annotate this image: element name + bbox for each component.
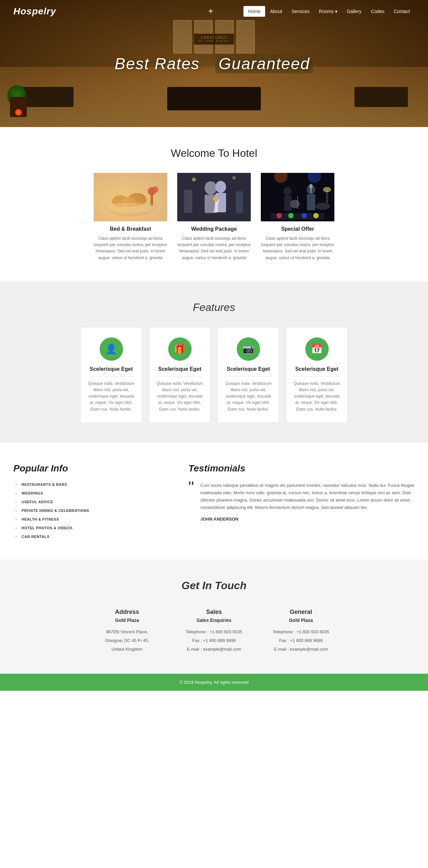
arrow-icon-7: → xyxy=(13,534,19,539)
arrow-icon-4: → xyxy=(13,508,19,513)
svg-rect-17 xyxy=(236,191,243,213)
hero-content: Best Rates Guaranteed xyxy=(115,55,313,73)
nav-link-contact[interactable]: Contact xyxy=(389,6,415,17)
popular-list-label-3: USEFUL ADVICE xyxy=(22,500,54,504)
nav-item-gallery[interactable]: Gallery xyxy=(342,8,366,14)
nav-link-services[interactable]: Services xyxy=(287,6,314,17)
testimonial-author: JOHN ANDERSON xyxy=(200,517,415,522)
arrow-icon-1: → xyxy=(13,482,19,487)
svg-point-32 xyxy=(288,213,294,218)
features-title: Features xyxy=(13,301,415,314)
brand-logo[interactable]: Hospelry xyxy=(13,6,56,17)
popular-list-item-7[interactable]: → CAR RENTALS xyxy=(13,534,175,539)
svg-rect-36 xyxy=(318,203,328,208)
nav-link-about[interactable]: About xyxy=(265,6,287,17)
arrow-icon-3: → xyxy=(13,499,19,504)
nav-item-about[interactable]: About xyxy=(265,8,287,14)
popular-list-label-6: HOTEL PHOTOS & VIDEOS xyxy=(22,526,73,530)
svg-rect-0 xyxy=(94,173,167,221)
popular-info-title: Popular Info xyxy=(13,463,175,474)
card-text-wedding: Class aptent taciti sociosqu ad litora t… xyxy=(177,236,251,261)
svg-point-15 xyxy=(213,196,218,202)
feature-name-2: Scelerisque Eget xyxy=(156,366,204,372)
popular-list-item-3[interactable]: → USEFUL ADVICE xyxy=(13,499,175,504)
nav-link-gallery[interactable]: Gallery xyxy=(342,6,366,17)
nav-link-home[interactable]: Home xyxy=(243,6,265,17)
quote-mark-icon: " xyxy=(188,479,194,495)
card-image-wedding xyxy=(177,173,251,221)
svg-point-5 xyxy=(121,197,136,207)
svg-point-23 xyxy=(283,187,292,195)
feature-name-1: Scelerisque Eget xyxy=(87,366,135,372)
arrow-icon-2: → xyxy=(13,491,19,496)
nav-item-rooms[interactable]: Rooms ▾ xyxy=(314,8,342,14)
contact-col-address: Address Gold Plaza 98705t Vincent Place,… xyxy=(94,609,160,654)
sofa-right xyxy=(355,87,408,107)
svg-point-13 xyxy=(215,181,226,193)
welcome-title: Welcome To Hotel xyxy=(13,147,415,159)
svg-point-38 xyxy=(323,187,331,192)
popular-list-item-2[interactable]: → WEDDINGS xyxy=(13,491,175,496)
hero-headline: Best Rates Guaranteed xyxy=(115,55,313,73)
svg-point-8 xyxy=(152,186,158,193)
feature-icon-person: 👤 xyxy=(100,337,123,361)
navbar: Hospelry Home About Services Rooms ▾ Gal… xyxy=(0,0,428,23)
svg-point-7 xyxy=(148,187,156,195)
svg-point-33 xyxy=(302,213,307,218)
svg-point-19 xyxy=(233,176,236,180)
popular-list-item-1[interactable]: → RESTAURANTS & BARS xyxy=(13,482,175,487)
testimonial-quote: " Cum sociis natoque penatibus et magnis… xyxy=(188,482,415,522)
info-testimonials-section: Popular Info → RESTAURANTS & BARS → WEDD… xyxy=(0,443,428,559)
card-special: Special Offer Class aptent taciti socios… xyxy=(261,173,334,261)
features-section: Features 👤 Scelerisque Eget Quisque null… xyxy=(0,281,428,443)
arrow-icon-6: → xyxy=(13,525,19,531)
svg-point-34 xyxy=(313,213,319,218)
card-title-breakfast: Bed & Breakfast xyxy=(94,226,167,232)
feature-card-4: 📅 Scelerisque Eget Quisque nulla. Vestib… xyxy=(286,327,348,423)
movie-sign: CREATURES OF THE NIGHT xyxy=(193,33,235,45)
nav-item-home[interactable]: Home xyxy=(243,8,265,14)
contact-info-sales: Telephone : +1 800 603 6035 Fax : +1 800… xyxy=(181,628,247,654)
popular-list-item-4[interactable]: → PRIVATE DINING & CELEBRATIONS xyxy=(13,508,175,513)
nav-item-codes[interactable]: Codes xyxy=(366,8,389,14)
window-1 xyxy=(173,20,192,54)
sofa-center xyxy=(167,87,261,110)
popular-info-list: → RESTAURANTS & BARS → WEDDINGS → USEFUL… xyxy=(13,482,175,539)
svg-point-31 xyxy=(277,213,282,218)
nav-item-contact[interactable]: Contact xyxy=(389,8,415,14)
nav-link-codes[interactable]: Codes xyxy=(366,6,389,17)
fireplace xyxy=(10,97,27,117)
svg-point-29 xyxy=(309,184,313,189)
feature-divider-1 xyxy=(87,376,135,376)
card-image-concert xyxy=(261,173,334,221)
feature-card-1: 👤 Scelerisque Eget Quisque nulla. Vestib… xyxy=(80,327,142,423)
svg-point-9 xyxy=(100,203,160,213)
card-breakfast: Bed & Breakfast Class aptent taciti soci… xyxy=(94,173,167,261)
svg-point-18 xyxy=(192,178,196,182)
feature-name-4: Scelerisque Eget xyxy=(293,366,341,372)
contact-place-address: Gold Plaza xyxy=(94,618,160,623)
nav-menu: Home About Services Rooms ▾ Gallery Code… xyxy=(243,8,415,14)
contact-heading-address: Address xyxy=(94,609,160,616)
hero-line1: Best Rates xyxy=(115,55,200,72)
contact-heading-general: General xyxy=(268,609,334,616)
popular-list-label-5: HEALTH & FITNESS xyxy=(22,517,59,521)
popular-list-item-5[interactable]: → HEALTH & FITNESS xyxy=(13,517,175,522)
feature-divider-2 xyxy=(156,376,204,376)
card-image-breakfast xyxy=(94,173,167,221)
svg-rect-6 xyxy=(150,193,153,206)
welcome-section: Welcome To Hotel xyxy=(0,127,428,281)
popular-list-label-7: CAR RENTALS xyxy=(22,535,50,539)
feature-text-2: Quisque nulla. Vestibulum libero nisl, p… xyxy=(156,380,204,412)
popular-list-item-6[interactable]: → HOTEL PHOTOS & VIDEOS xyxy=(13,525,175,531)
feature-card-3: 📷 Scelerisque Eget Quisque nulla. Vestib… xyxy=(217,327,279,423)
nav-link-rooms[interactable]: Rooms ▾ xyxy=(314,6,342,17)
popular-list-label-4: PRIVATE DINING & CELEBRATIONS xyxy=(22,508,89,513)
testimonials-title: Testimonials xyxy=(188,463,415,474)
nav-item-services[interactable]: Services xyxy=(287,8,314,14)
svg-rect-27 xyxy=(307,194,315,210)
hero-line2: Guaranteed xyxy=(215,54,314,73)
contact-heading-sales: Sales xyxy=(181,609,247,616)
popular-info-block: Popular Info → RESTAURANTS & BARS → WEDD… xyxy=(13,463,175,539)
card-title-wedding: Wedding Package xyxy=(177,226,251,232)
